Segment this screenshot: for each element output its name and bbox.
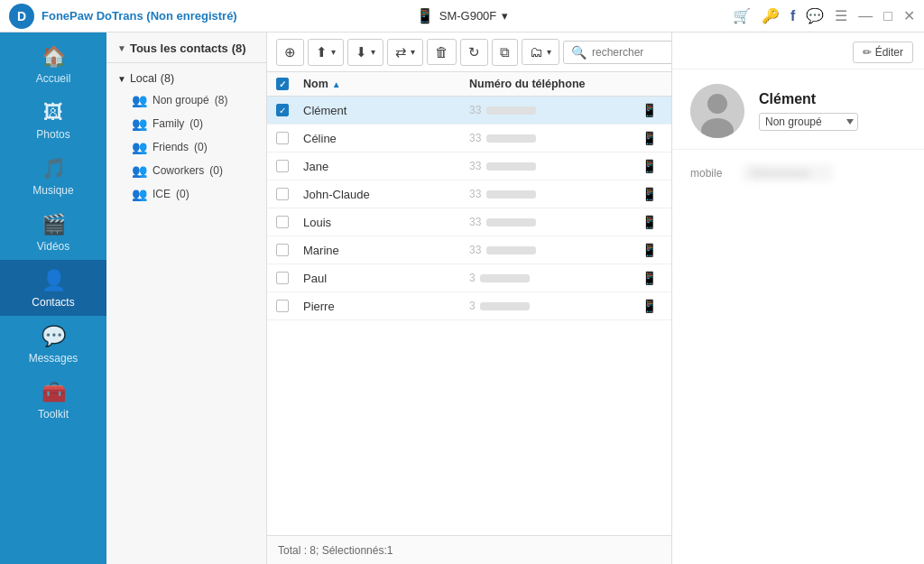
mobile-value: 32xxxxxxxx (743, 164, 833, 181)
refresh-button[interactable]: ↻ (460, 39, 488, 66)
minimize-icon[interactable]: — (858, 8, 873, 24)
contact-phone-1: 33 (469, 132, 635, 144)
all-contacts-label: Tous les contacts (130, 42, 228, 55)
import-chevron-icon: ▾ (331, 47, 336, 57)
more-chevron-icon: ▾ (547, 47, 551, 57)
table-row[interactable]: Paul 3 📱 (267, 264, 671, 292)
group-icon-friends: 👥 (132, 140, 147, 154)
row-checkbox-1[interactable] (276, 132, 303, 144)
tree-item-coworkers[interactable]: 👥 Coworkers (0) (106, 159, 266, 182)
tree-item-non-groupe[interactable]: 👥 Non groupé (8) (106, 88, 266, 112)
sidebar-item-musique[interactable]: 🎵 Musique (0, 148, 106, 204)
device-selector[interactable]: 📱 SM-G900F ▾ (416, 7, 509, 24)
tree-item-friends[interactable]: 👥 Friends (0) (106, 135, 266, 159)
contact-name-6: Paul (303, 272, 469, 285)
select-all-checkbox[interactable] (276, 78, 303, 90)
sidebar-label-musique: Musique (32, 184, 73, 197)
table-row[interactable]: Clément 33 📱 (267, 97, 671, 125)
cart-icon[interactable]: 🛒 (733, 7, 751, 24)
row-checkbox-0[interactable] (276, 104, 303, 116)
tree-item-label-coworkers: Coworkers (152, 164, 204, 177)
detail-contact-name: Clément (759, 91, 858, 107)
table-row[interactable]: Pierre 3 📱 (267, 292, 671, 320)
col-header-name[interactable]: Nom ▲ (303, 78, 469, 90)
search-icon: 🔍 (571, 45, 587, 60)
tree-item-label-friends: Friends (152, 141, 189, 153)
sidebar-item-photos[interactable]: 🖼 Photos (0, 92, 106, 148)
row-checkbox-7[interactable] (276, 300, 303, 312)
delete-button[interactable]: 🗑 (427, 39, 457, 65)
group-icon-ice: 👥 (132, 187, 147, 201)
detail-header: ✏ Éditer (672, 32, 924, 69)
sidebar-item-messages[interactable]: 💬 Messages (0, 316, 106, 372)
footer-status: Total : 8; Sélectionnés:1 (278, 544, 393, 557)
table-row[interactable]: Marine 33 📱 (267, 236, 671, 264)
contact-name-5: Marine (303, 244, 469, 257)
table-row[interactable]: Céline 33 📱 (267, 125, 671, 153)
row-checkbox-5[interactable] (276, 244, 303, 256)
row-checkbox-6[interactable] (276, 272, 303, 284)
transfer-button[interactable]: ⇄ ▾ (387, 39, 423, 66)
tree-item-count-ice: (0) (176, 188, 189, 200)
import-icon: ⬆ (316, 44, 328, 60)
key-icon[interactable]: 🔑 (762, 7, 780, 24)
export-chevron-icon: ▾ (371, 47, 375, 57)
copy-button[interactable]: ⧉ (492, 39, 518, 66)
group-icon-non-groupe: 👥 (132, 93, 147, 107)
edit-button[interactable]: ✏ Éditer (853, 42, 913, 63)
header-checkbox[interactable] (276, 78, 289, 90)
group-select[interactable]: Non groupéFamilyFriendsCoworkersICE (759, 113, 858, 131)
add-button[interactable]: ⊕ (276, 39, 304, 66)
table-footer: Total : 8; Sélectionnés:1 (267, 535, 671, 564)
maximize-icon[interactable]: □ (883, 8, 892, 24)
local-group-header[interactable]: ▼ Local (8) (106, 69, 266, 88)
close-icon[interactable]: ✕ (903, 7, 915, 24)
export-button[interactable]: ⬇ ▾ (347, 39, 383, 66)
contact-name-0: Clément (303, 104, 469, 117)
col-header-phone: Numéro du téléphone (469, 78, 635, 90)
tree-header[interactable]: ▼ Tous les contacts (8) (106, 32, 266, 63)
contact-name-2: Jane (303, 160, 469, 173)
table-row[interactable]: John-Claude 33 📱 (267, 180, 671, 208)
tree-item-count-family: (0) (189, 117, 203, 130)
toolbar: ⊕ ⬆ ▾ ⬇ ▾ ⇄ ▾ 🗑 ↻ (267, 32, 671, 72)
contact-device-1: 📱 (635, 131, 662, 145)
detail-profile: Clément Non groupéFamilyFriendsCoworkers… (672, 69, 924, 149)
tree-item-family[interactable]: 👥 Family (0) (106, 112, 266, 135)
local-count: (8) (161, 72, 174, 85)
tree-item-count-coworkers: (0) (209, 164, 223, 177)
row-checkbox-4[interactable] (276, 216, 303, 228)
all-contacts-count: (8) (232, 42, 246, 55)
more-button[interactable]: 🗂 ▾ (522, 39, 559, 65)
sidebar-label-videos: Vidéos (37, 240, 69, 253)
tree-item-ice[interactable]: 👥 ICE (0) (106, 182, 266, 206)
contact-phone-7: 3 (469, 300, 635, 312)
chat-icon[interactable]: 💬 (806, 7, 824, 24)
main-layout: 🏠 Accueil 🖼 Photos 🎵 Musique 🎬 Vidéos 👤 … (0, 32, 924, 564)
contacts-icon: 👤 (42, 269, 66, 292)
contact-phone-2: 33 (469, 160, 635, 172)
sidebar-item-accueil[interactable]: 🏠 Accueil (0, 36, 106, 92)
edit-label: Éditer (875, 46, 903, 59)
table-row[interactable]: Louis 33 📱 (267, 208, 671, 236)
detail-group-selector[interactable]: Non groupéFamilyFriendsCoworkersICE (759, 113, 858, 131)
row-checkbox-3[interactable] (276, 188, 303, 200)
sidebar-item-toolkit[interactable]: 🧰 Toolkit (0, 372, 106, 428)
contact-device-5: 📱 (635, 243, 662, 257)
sidebar-label-toolkit: Toolkit (38, 408, 69, 421)
contact-name-7: Pierre (303, 300, 469, 313)
avatar-svg (690, 84, 744, 138)
middle-panel: ⊕ ⬆ ▾ ⬇ ▾ ⇄ ▾ 🗑 ↻ (267, 32, 671, 564)
sidebar-item-videos[interactable]: 🎬 Vidéos (0, 204, 106, 260)
sort-arrow-icon: ▲ (332, 79, 341, 89)
contact-phone-4: 33 (469, 216, 635, 228)
import-button[interactable]: ⬆ ▾ (308, 39, 344, 66)
menu-icon[interactable]: ☰ (835, 7, 847, 24)
sidebar-label-photos: Photos (36, 128, 69, 141)
more-icon: 🗂 (530, 44, 543, 60)
row-checkbox-2[interactable] (276, 160, 303, 172)
video-icon: 🎬 (42, 213, 66, 236)
table-row[interactable]: Jane 33 📱 (267, 153, 671, 180)
sidebar-item-contacts[interactable]: 👤 Contacts (0, 260, 106, 316)
facebook-icon[interactable]: f (790, 8, 795, 24)
